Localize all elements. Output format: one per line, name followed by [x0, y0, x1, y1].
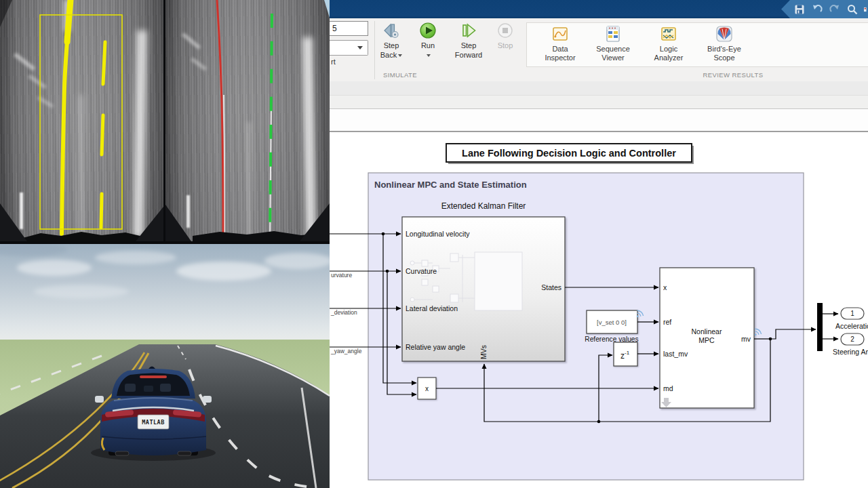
- svg-text:[v_set 0 0]: [v_set 0 0]: [597, 319, 627, 326]
- svg-text:Lane Following Decision Logic: Lane Following Decision Logic and Contro…: [462, 148, 676, 159]
- roi-rectangle: [40, 15, 122, 229]
- model-title-annotation[interactable]: Lane Following Decision Logic and Contro…: [446, 144, 694, 164]
- license-plate-text: MATLAB: [142, 419, 165, 426]
- stop-button[interactable]: Stop: [491, 22, 519, 51]
- brake-light: [140, 375, 167, 378]
- stop-icon: [496, 22, 514, 39]
- svg-text:Nonlinear: Nonlinear: [692, 327, 722, 336]
- svg-text:Relative yaw angle: Relative yaw angle: [406, 343, 465, 351]
- svg-text:Longitudinal velocity: Longitudinal velocity: [406, 230, 470, 238]
- logic-analyzer-icon: [660, 25, 677, 43]
- stop-time-input[interactable]: [330, 21, 368, 36]
- car-mirror-left: [95, 396, 104, 403]
- sequence-viewer-icon: [604, 25, 622, 43]
- mul-block[interactable]: x: [418, 378, 436, 399]
- lane-detection-view: [0, 0, 163, 241]
- demux-block[interactable]: [817, 303, 823, 351]
- outport-1-label: Acceleratio: [835, 322, 868, 330]
- detected-lane-dashes: [101, 42, 105, 228]
- svg-text:x: x: [425, 385, 429, 392]
- sequence-viewer-label: Viewer: [601, 54, 624, 62]
- model-address-bar: [330, 109, 868, 132]
- step-forward-label: Step: [461, 41, 477, 49]
- corner-mask: [300, 203, 330, 241]
- step-back-icon: [382, 22, 400, 39]
- data-inspector-label: Inspector: [545, 54, 575, 62]
- title-bar: [330, 0, 868, 18]
- document-tab-bar: [330, 81, 868, 96]
- redo-icon[interactable]: [829, 3, 841, 16]
- step-back-label: Back: [380, 51, 397, 59]
- signal-label: _deviation: [330, 309, 357, 316]
- group-separator: [374, 21, 375, 79]
- logic-analyzer-label: Analyzer: [654, 54, 684, 62]
- model-canvas[interactable]: Lane Following Decision Logic and Contro…: [330, 133, 868, 488]
- svg-text:1: 1: [850, 310, 854, 317]
- lane-fit-view: [165, 0, 330, 241]
- driving-scene-view: MATLAB: [0, 244, 330, 488]
- svg-text:x: x: [663, 283, 667, 291]
- stop-label: Stop: [498, 41, 513, 49]
- partial-icon: [864, 3, 868, 16]
- review-results-section-label: REVIEW RESULTS: [682, 71, 784, 79]
- svg-text:States: States: [541, 283, 561, 291]
- svg-text:MPC: MPC: [698, 336, 715, 344]
- simulink-window: rt Step Back: [330, 0, 868, 488]
- data-inspector-button[interactable]: Data Inspector: [532, 25, 589, 62]
- step-forward-icon: [460, 22, 477, 39]
- svg-text:Lateral deviation: Lateral deviation: [406, 304, 458, 312]
- car-mirror-right: [203, 396, 212, 403]
- logic-analyzer-label: Logic: [660, 45, 677, 53]
- sequence-viewer-label: Sequence: [596, 45, 630, 53]
- ekf-block[interactable]: Extended Kalman Filter Longitudinal velo…: [402, 201, 565, 361]
- svg-text:2: 2: [850, 336, 854, 343]
- step-forward-label: Forward: [455, 51, 482, 59]
- step-back-button[interactable]: Step Back: [376, 22, 407, 60]
- data-inspector-label: Data: [552, 45, 568, 53]
- corner-mask: [165, 205, 191, 241]
- reference-values-block[interactable]: [v_set 0 0] Reference values: [585, 310, 638, 343]
- bottom-speckle: [20, 232, 146, 241]
- nonlinear-mpc-block[interactable]: x ref last_mv md mv Nonlinear MPC: [660, 268, 754, 408]
- search-icon[interactable]: [846, 3, 859, 16]
- delay-block[interactable]: z-1: [614, 342, 637, 366]
- fitted-lane-left: [217, 0, 223, 239]
- panel-divider: [163, 0, 165, 241]
- outport-1[interactable]: 1 Acceleratio: [835, 308, 868, 330]
- svg-text:mv: mv: [741, 335, 751, 343]
- detected-lane-solid: [62, 0, 71, 234]
- outport-2[interactable]: 2 Steering Ang: [833, 333, 868, 356]
- data-inspector-icon: [551, 25, 569, 43]
- save-icon[interactable]: [793, 3, 806, 16]
- simulation-mode-dropdown[interactable]: [330, 40, 368, 56]
- subsystem-label: Nonlinear MPC and State Estimation: [374, 180, 527, 190]
- app-root: MATLAB: [0, 0, 868, 488]
- chevron-down-icon: [427, 54, 431, 57]
- svg-text:md: md: [663, 384, 673, 392]
- sky-sliver: [324, 0, 330, 18]
- birds-eye-scope-label: Scope: [713, 54, 734, 62]
- birds-eye-scope-icon: [715, 25, 733, 43]
- chevron-down-icon: [357, 46, 363, 49]
- svg-text:last_mv: last_mv: [663, 350, 688, 358]
- sequence-viewer-button[interactable]: Sequence Viewer: [585, 25, 642, 62]
- logic-analyzer-button[interactable]: Logic Analyzer: [640, 25, 697, 62]
- step-back-label: Step: [384, 41, 399, 49]
- outport-2-label: Steering Ang: [833, 348, 868, 356]
- run-icon: [419, 22, 437, 39]
- svg-text:MVs: MVs: [479, 345, 488, 359]
- quick-access-toolbar: [781, 0, 868, 18]
- svg-text:Curvature: Curvature: [406, 267, 437, 275]
- run-button[interactable]: Run: [413, 22, 443, 60]
- step-forward-button[interactable]: Step Forward: [452, 22, 486, 60]
- svg-text:ref: ref: [663, 318, 671, 326]
- chevron-down-icon: [398, 54, 402, 57]
- toolstrip: rt Step Back: [330, 18, 868, 82]
- corner-mask: [0, 203, 27, 241]
- undo-icon[interactable]: [811, 3, 823, 16]
- signal-label: urvature: [331, 272, 352, 279]
- toolbar-band: [330, 96, 868, 109]
- birds-eye-scope-label: Bird's-Eye: [707, 45, 741, 53]
- corner-mask: [0, 0, 12, 27]
- birds-eye-scope-button[interactable]: Bird's-Eye Scope: [696, 25, 753, 62]
